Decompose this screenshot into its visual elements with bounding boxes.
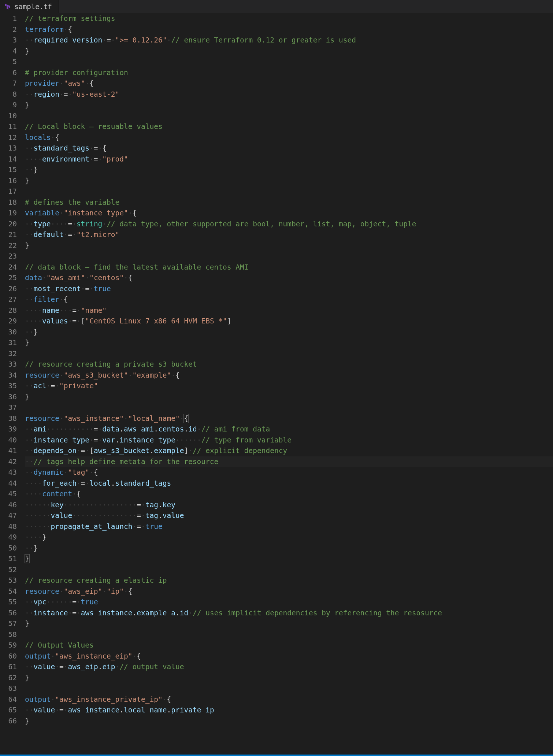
code-line[interactable] xyxy=(25,186,553,197)
code-line[interactable]: ······propagate_at_launch·=·true xyxy=(25,521,553,532)
line-number: 20 xyxy=(0,219,17,230)
code-line[interactable] xyxy=(25,56,553,67)
line-number: 27 xyxy=(0,294,17,305)
code-line[interactable]: resource·"aws_eip"·"ip"·{ xyxy=(25,586,553,597)
line-number: 1 xyxy=(0,13,17,24)
code-line[interactable]: } xyxy=(25,672,553,683)
code-line[interactable]: resource·"aws_instance"·"local_name"·{ xyxy=(25,413,553,424)
code-line[interactable]: ··depends_on·=·[aws_s3_bucket.example]·/… xyxy=(25,445,553,456)
code-line[interactable]: locals·{ xyxy=(25,132,553,143)
code-line[interactable] xyxy=(25,251,553,262)
line-number: 57 xyxy=(0,618,17,629)
line-number: 35 xyxy=(0,381,17,392)
code-line[interactable]: ··region·=·"us-east-2" xyxy=(25,89,553,100)
code-line[interactable]: ··dynamic·"tag"·{ xyxy=(25,467,553,478)
code-line[interactable]: ··type····=·string·// data type, other s… xyxy=(25,219,553,230)
code-line[interactable]: } xyxy=(25,618,553,629)
code-line[interactable]: } xyxy=(25,392,553,403)
code-line[interactable]: // data block – find the latest availabl… xyxy=(25,262,553,273)
line-number: 15 xyxy=(0,164,17,175)
line-number: 61 xyxy=(0,662,17,672)
line-number: 24 xyxy=(0,262,17,273)
code-line[interactable]: ··// tags help define metata for the res… xyxy=(25,456,553,467)
code-line[interactable]: ······key·················=·tag.key xyxy=(25,500,553,511)
code-line[interactable]: ··standard_tags·=·{ xyxy=(25,143,553,154)
code-line[interactable]: terraform·{ xyxy=(25,24,553,35)
code-line[interactable]: variable·"instance_type"·{ xyxy=(25,208,553,219)
code-line[interactable]: ··ami···········=·data.aws_ami.centos.id… xyxy=(25,424,553,435)
code-line[interactable]: # defines the variable xyxy=(25,197,553,208)
code-line[interactable]: ······value···············=·tag.value xyxy=(25,510,553,521)
code-line[interactable]: ····values·=·["CentOS Linux 7 x86_64 HVM… xyxy=(25,316,553,327)
code-line[interactable]: } xyxy=(25,716,553,727)
code-line[interactable]: ··value·=·aws_instance.local_name.privat… xyxy=(25,705,553,716)
line-number: 43 xyxy=(0,467,17,478)
code-line[interactable]: } xyxy=(25,553,553,564)
line-number: 36 xyxy=(0,392,17,403)
line-number: 29 xyxy=(0,316,17,327)
code-line[interactable]: } xyxy=(25,337,553,348)
code-line[interactable]: ··instance·=·aws_instance.example_a.id·/… xyxy=(25,608,553,619)
code-line[interactable] xyxy=(25,111,553,122)
code-line[interactable]: ··most_recent·=·true xyxy=(25,284,553,294)
code-line[interactable]: ··} xyxy=(25,327,553,338)
line-number: 64 xyxy=(0,694,17,705)
line-number: 26 xyxy=(0,284,17,294)
code-line[interactable]: provider·"aws"·{ xyxy=(25,78,553,89)
code-area[interactable]: // terraform settingsterraform·{··requir… xyxy=(25,13,553,755)
tab-bar: sample.tf xyxy=(0,0,553,13)
code-line[interactable] xyxy=(25,629,553,640)
code-line[interactable] xyxy=(25,683,553,694)
line-number: 30 xyxy=(0,327,17,338)
code-line[interactable]: ··value·=·aws_eip.eip·// output value xyxy=(25,662,553,672)
line-number: 19 xyxy=(0,208,17,219)
line-number: 53 xyxy=(0,575,17,586)
line-number: 17 xyxy=(0,186,17,197)
code-line[interactable]: ··required_version·=·">= 0.12.26"·// ens… xyxy=(25,35,553,46)
code-line[interactable]: data·"aws_ami"·"centos"·{ xyxy=(25,273,553,284)
code-line[interactable]: resource·"aws_s3_bucket"·"example"·{ xyxy=(25,370,553,381)
code-line[interactable]: // Output Values xyxy=(25,640,553,651)
code-line[interactable]: ··} xyxy=(25,164,553,175)
code-line[interactable]: ··acl·=·"private" xyxy=(25,381,553,392)
code-line[interactable]: } xyxy=(25,175,553,186)
code-line[interactable]: // Local block – resuable values xyxy=(25,121,553,132)
code-line[interactable]: ····environment·=·"prod" xyxy=(25,154,553,165)
code-line[interactable]: } xyxy=(25,46,553,57)
code-line[interactable]: ··vpc······=·true xyxy=(25,597,553,608)
line-number: 33 xyxy=(0,359,17,370)
line-number: 66 xyxy=(0,716,17,727)
code-line[interactable]: ····name···=·"name" xyxy=(25,305,553,316)
line-number: 6 xyxy=(0,67,17,78)
line-number: 25 xyxy=(0,273,17,284)
code-line[interactable]: ····} xyxy=(25,532,553,543)
code-line[interactable] xyxy=(25,348,553,359)
code-line[interactable] xyxy=(25,564,553,575)
code-line[interactable]: output·"aws_instance_eip"·{ xyxy=(25,651,553,662)
code-line[interactable]: // resource creating a elastic ip xyxy=(25,575,553,586)
code-line[interactable]: ··filter·{ xyxy=(25,294,553,305)
status-bar xyxy=(0,755,553,756)
line-number: 42 xyxy=(0,456,17,467)
line-number: 16 xyxy=(0,175,17,186)
code-line[interactable]: // resource creating a private s3 bucket xyxy=(25,359,553,370)
line-number: 7 xyxy=(0,78,17,89)
code-line[interactable] xyxy=(25,402,553,413)
code-line[interactable]: } xyxy=(25,240,553,251)
line-number: 50 xyxy=(0,543,17,554)
tab-sample-tf[interactable]: sample.tf xyxy=(0,0,59,13)
code-line[interactable]: ····for_each·=·local.standard_tags xyxy=(25,478,553,489)
editor[interactable]: 1234567891011121314151617181920212223242… xyxy=(0,13,553,755)
code-line[interactable]: ····content·{ xyxy=(25,489,553,500)
code-line[interactable]: } xyxy=(25,100,553,111)
code-line[interactable]: ··} xyxy=(25,543,553,554)
line-number: 38 xyxy=(0,413,17,424)
code-line[interactable]: ··default·=·"t2.micro" xyxy=(25,229,553,240)
code-line[interactable]: ··instance_type·=·var.instance_type·····… xyxy=(25,435,553,446)
line-number: 10 xyxy=(0,111,17,122)
line-number: 54 xyxy=(0,586,17,597)
code-line[interactable]: # provider configuration xyxy=(25,67,553,78)
line-number: 56 xyxy=(0,608,17,619)
code-line[interactable]: output·"aws_instance_private_ip"·{ xyxy=(25,694,553,705)
code-line[interactable]: // terraform settings xyxy=(25,13,553,24)
